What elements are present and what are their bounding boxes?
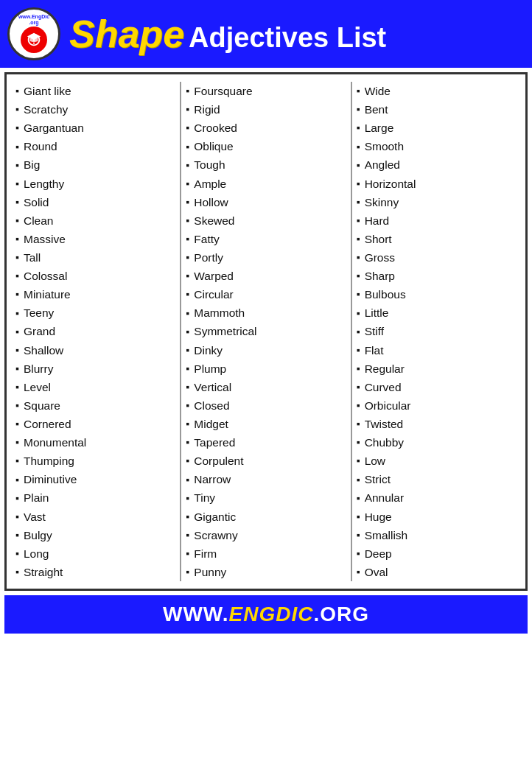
list-item: Vast <box>15 508 175 526</box>
list-item: Rigid <box>186 100 346 119</box>
list-item: Fatty <box>186 230 346 248</box>
list-item: Circular <box>186 285 346 304</box>
list-item: Square <box>15 396 175 415</box>
list-item: Sharp <box>357 267 517 285</box>
list-item: Chubby <box>357 433 517 452</box>
list-item: Giant like <box>15 82 175 100</box>
list-item: Scrawny <box>186 526 346 544</box>
list-item: Smallish <box>357 526 517 544</box>
list-item: Orbicular <box>357 396 517 415</box>
column-3-list: WideBentLargeSmoothAngledHorizontalSkinn… <box>357 82 517 581</box>
list-item: Plump <box>186 360 346 378</box>
list-item: Wide <box>357 82 517 100</box>
list-item: Ample <box>186 175 346 193</box>
list-item: Plain <box>15 488 175 507</box>
list-item: Crooked <box>186 119 346 137</box>
list-item: Strict <box>357 470 517 488</box>
list-item: Miniature <box>15 285 175 304</box>
footer-text: WWW.ENGDIC.ORG <box>163 603 369 625</box>
column-3: WideBentLargeSmoothAngledHorizontalSkinn… <box>352 82 521 581</box>
list-item: Monumental <box>15 433 175 452</box>
logo: www.EngDic.org <box>7 7 60 60</box>
list-item: Hard <box>357 211 517 230</box>
list-item: Stiff <box>357 322 517 340</box>
list-item: Colossal <box>15 267 175 285</box>
list-item: Angled <box>357 155 517 174</box>
footer-brand: ENGDIC <box>229 603 314 625</box>
title-rest: Adjectives List <box>189 24 386 52</box>
list-item: Tall <box>15 248 175 267</box>
list-item: Big <box>15 155 175 174</box>
list-item: Dinky <box>186 341 346 360</box>
list-item: Narrow <box>186 470 346 488</box>
list-item: Smooth <box>357 137 517 155</box>
list-item: Low <box>357 452 517 470</box>
list-item: Regular <box>357 360 517 378</box>
list-item: Large <box>357 119 517 137</box>
footer: WWW.ENGDIC.ORG <box>4 595 528 634</box>
logo-url-top: www.EngDic.org <box>18 14 49 25</box>
list-item: Thumping <box>15 452 175 470</box>
list-item: Cornered <box>15 415 175 433</box>
list-item: Twisted <box>357 415 517 433</box>
list-item: Scratchy <box>15 100 175 119</box>
list-item: Straight <box>15 563 175 581</box>
list-item: Skinny <box>357 193 517 211</box>
list-item: Level <box>15 378 175 396</box>
list-item: Gigantic <box>186 508 346 526</box>
list-item: Bent <box>357 100 517 119</box>
list-item: Bulgy <box>15 526 175 544</box>
columns-wrapper: Giant likeScratchyGargantuanRoundBigLeng… <box>11 82 521 581</box>
list-item: Massive <box>15 230 175 248</box>
list-item: Portly <box>186 248 346 267</box>
list-item: Tiny <box>186 488 346 507</box>
list-item: Little <box>357 304 517 322</box>
list-item: Tapered <box>186 433 346 452</box>
list-item: Annular <box>357 488 517 507</box>
list-item: Punny <box>186 563 346 581</box>
list-item: Gross <box>357 248 517 267</box>
column-1: Giant likeScratchyGargantuanRoundBigLeng… <box>11 82 181 581</box>
list-item: Closed <box>186 396 346 415</box>
list-item: Teeny <box>15 304 175 322</box>
list-item: Huge <box>357 508 517 526</box>
list-item: Corpulent <box>186 452 346 470</box>
list-item: Warped <box>186 267 346 285</box>
list-item: Bulbous <box>357 285 517 304</box>
list-item: Gargantuan <box>15 119 175 137</box>
list-item: Foursquare <box>186 82 346 100</box>
logo-icon <box>21 27 47 53</box>
list-item: Shallow <box>15 341 175 360</box>
list-item: Mammoth <box>186 304 346 322</box>
list-item: Grand <box>15 322 175 340</box>
list-item: Midget <box>186 415 346 433</box>
list-item: Oblique <box>186 137 346 155</box>
column-2-list: FoursquareRigidCrookedObliqueToughAmpleH… <box>186 82 346 581</box>
list-item: Clean <box>15 211 175 230</box>
list-item: Lengthy <box>15 175 175 193</box>
list-item: Diminutive <box>15 470 175 488</box>
list-item: Solid <box>15 193 175 211</box>
list-item: Long <box>15 544 175 563</box>
list-item: Skewed <box>186 211 346 230</box>
list-item: Oval <box>357 563 517 581</box>
list-item: Curved <box>357 378 517 396</box>
list-item: Tough <box>186 155 346 174</box>
header-title: Shape Adjectives List <box>69 15 520 53</box>
list-item: Deep <box>357 544 517 563</box>
column-2: FoursquareRigidCrookedObliqueToughAmpleH… <box>181 82 351 581</box>
list-item: Flat <box>357 341 517 360</box>
list-item: Symmetrical <box>186 322 346 340</box>
list-item: Firm <box>186 544 346 563</box>
list-item: Short <box>357 230 517 248</box>
column-1-list: Giant likeScratchyGargantuanRoundBigLeng… <box>15 82 175 581</box>
title-shape: Shape <box>69 15 184 53</box>
list-item: Blurry <box>15 360 175 378</box>
list-item: Horizontal <box>357 175 517 193</box>
list-item: Round <box>15 137 175 155</box>
list-item: Hollow <box>186 193 346 211</box>
list-item: Vertical <box>186 378 346 396</box>
main-content: Giant likeScratchyGargantuanRoundBigLeng… <box>4 72 528 591</box>
header: www.EngDic.org Shape Adjectives List <box>0 0 532 68</box>
